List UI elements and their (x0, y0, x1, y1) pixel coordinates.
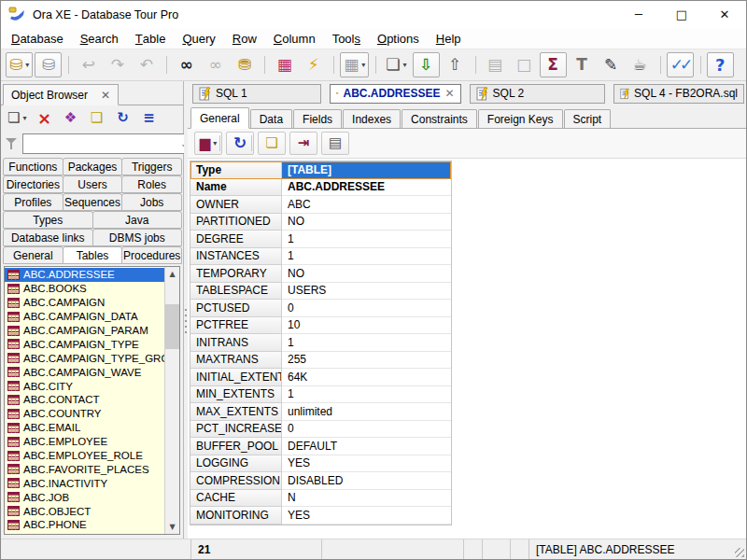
table-list-item[interactable]: ABC.INACTIVITY (5, 476, 164, 490)
property-key[interactable]: MONITORING (190, 507, 282, 525)
property-value[interactable]: NO (282, 265, 451, 283)
menu-column[interactable]: Column (265, 28, 324, 49)
minimize-button[interactable]: ─ (617, 1, 660, 28)
maximize-button[interactable]: □ (660, 1, 703, 28)
menu-help[interactable]: Help (428, 28, 470, 49)
copy-properties-button[interactable]: ❏ (258, 132, 286, 155)
disconnect-database-button[interactable]: ⛁ (35, 52, 62, 77)
print-button[interactable]: ▤ (482, 52, 509, 77)
property-value[interactable]: DISABLED (282, 472, 451, 490)
refresh-properties-button[interactable]: ↻ (226, 132, 254, 155)
property-key[interactable]: PARTITIONED (190, 214, 282, 231)
object-packages-button[interactable]: ❖ (58, 107, 82, 129)
refresh-objects-button[interactable]: ↻ (110, 107, 134, 129)
property-key[interactable]: INSTANCES (190, 248, 282, 266)
property-value[interactable]: 0 (282, 300, 451, 317)
list-scrollbar[interactable]: ▲ ▼ (164, 267, 179, 534)
table-list-item[interactable]: ABC.FAVORITE_PLACES (5, 462, 164, 476)
property-key[interactable]: MIN_EXTENTS (190, 386, 282, 404)
print-preview-button[interactable]: □ (511, 52, 538, 77)
table-list-item[interactable]: ABC.COUNTRY (5, 407, 164, 421)
tab-profiles[interactable]: Profiles (3, 193, 63, 211)
connect-database-button[interactable]: ⛁ (6, 52, 33, 77)
property-key[interactable]: PCTUSED (190, 300, 282, 317)
menu-table[interactable]: Table (127, 28, 175, 49)
table-list-item[interactable]: ABC.CAMPAIGN_WAVE (5, 365, 164, 379)
commit-button[interactable]: ↩ (75, 52, 102, 77)
resize-grip[interactable] (731, 539, 746, 559)
property-key[interactable]: PCTFREE (190, 317, 282, 335)
menu-query[interactable]: Query (174, 28, 223, 49)
doc-tab-sql-1[interactable]: SQL 1 ✕ (192, 84, 321, 104)
tab-script[interactable]: Script (564, 109, 612, 128)
object-browser-tab[interactable]: Object Browser ✕ (3, 84, 119, 105)
menu-search[interactable]: Search (72, 28, 127, 49)
property-value[interactable]: 0 (282, 421, 451, 439)
find-button[interactable]: ∞ (173, 52, 200, 77)
property-value[interactable]: [TABLE] (282, 161, 451, 179)
property-key[interactable]: BUFFER_POOL (190, 438, 282, 455)
scrollbar-thumb[interactable] (165, 304, 179, 349)
property-key[interactable]: MAXTRANS (190, 352, 282, 370)
menu-database[interactable]: Database (3, 28, 72, 49)
tab-java[interactable]: Java (92, 211, 183, 229)
tab-foreign-keys[interactable]: Foreign Keys (478, 109, 563, 128)
table-list-item[interactable]: ABC.BOOKS (5, 282, 164, 296)
create-table-button[interactable]: ▦ (271, 52, 298, 77)
property-key[interactable]: INITRANS (190, 334, 282, 352)
property-key[interactable]: TABLESPACE (190, 283, 282, 301)
table-list-item[interactable]: ABC.CONTACT (5, 393, 164, 407)
property-value[interactable]: 1 (282, 386, 451, 404)
tab-triggers[interactable]: Triggers (121, 158, 182, 175)
property-key[interactable]: Type (190, 161, 282, 179)
tab-fields[interactable]: Fields (293, 109, 342, 128)
tab-functions[interactable]: Functions (3, 158, 63, 175)
doc-tab-abc-addressee[interactable]: ABC.ADDRESSEE ✕ (330, 84, 460, 104)
close-document-icon[interactable]: ✕ (445, 87, 455, 100)
property-value[interactable]: 1 (282, 248, 451, 266)
property-value[interactable]: 255 (282, 352, 451, 370)
close-button[interactable]: ✕ (703, 1, 746, 28)
table-list-item[interactable]: ABC.OBJECT (5, 504, 164, 518)
property-value[interactable]: USERS (282, 283, 451, 301)
new-object-button[interactable]: ❏ (4, 107, 30, 129)
property-key[interactable]: LOGGING (190, 455, 282, 473)
table-list-item[interactable]: ABC.CAMPAIGN (5, 296, 164, 310)
table-list-item[interactable]: ABC.JOB (5, 490, 164, 504)
doc-tab-sql-4[interactable]: SQL 4 - FB2ORA.sql ✕ (613, 84, 744, 104)
property-value[interactable]: 1 (282, 334, 451, 352)
property-value[interactable]: DEFAULT (282, 438, 451, 455)
tab-indexes[interactable]: Indexes (343, 109, 401, 128)
aggregate-sum-button[interactable]: Σ (540, 52, 567, 77)
tab-dbms-jobs[interactable]: DBMS jobs (92, 229, 183, 246)
search-in-database-button[interactable]: ⛃ (231, 52, 258, 77)
redo-button[interactable]: ↷ (104, 52, 131, 77)
table-list-item[interactable]: ABC.EMPLOYEE (5, 435, 164, 449)
text-mode-button[interactable]: T (569, 52, 596, 77)
edit-blob-button[interactable]: ✎ (598, 52, 625, 77)
property-value[interactable]: YES (282, 507, 451, 525)
filter-icon[interactable] (6, 137, 19, 150)
tab-data[interactable]: Data (250, 109, 292, 128)
tab-database-links[interactable]: Database links (3, 229, 93, 246)
menu-row[interactable]: Row (224, 28, 265, 49)
tab-users[interactable]: Users (63, 175, 123, 193)
table-list-item[interactable]: ABC.CAMPAIGN_PARAM (5, 324, 164, 338)
property-key[interactable]: TEMPORARY (190, 265, 282, 283)
table-list-item[interactable]: ABC.PHONE (5, 518, 164, 532)
export-data-button[interactable]: ⇧ (442, 52, 469, 77)
table-list-item[interactable]: ABC.CAMPAIGN_DATA (5, 310, 164, 324)
tab-sequences[interactable]: Sequences (63, 193, 123, 211)
panel-splitter[interactable] (184, 81, 188, 539)
property-value[interactable]: unlimited (282, 403, 451, 421)
table-list-item[interactable]: ABC.CITY (5, 379, 164, 393)
property-value[interactable]: 64K (282, 369, 451, 386)
tab-types[interactable]: Types (3, 211, 93, 229)
import-data-button[interactable]: ⇩ (413, 52, 440, 77)
print-properties-button[interactable]: ▤ (321, 132, 349, 155)
property-value[interactable]: N (282, 490, 451, 508)
drop-object-button[interactable]: × (32, 107, 56, 129)
property-value[interactable]: ABC (282, 196, 451, 214)
validate-button[interactable]: ✓✓ (667, 52, 694, 77)
object-details-button[interactable]: ≡ (136, 107, 161, 129)
